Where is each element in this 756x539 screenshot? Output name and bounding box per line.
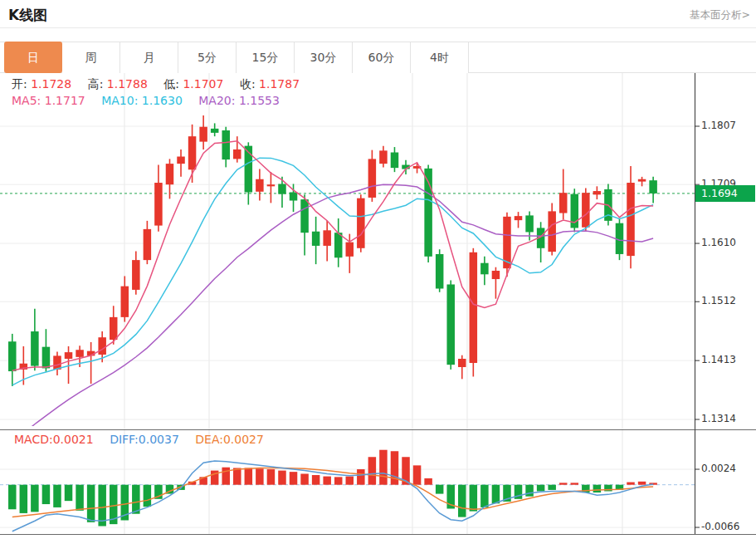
candle-body bbox=[121, 287, 129, 317]
candle-down bbox=[391, 147, 399, 172]
macd-bar bbox=[8, 485, 17, 510]
candle-down bbox=[312, 217, 320, 264]
candle-down bbox=[222, 127, 230, 168]
candle-down bbox=[571, 189, 579, 232]
candle-body bbox=[132, 260, 140, 290]
candle-up bbox=[132, 251, 140, 294]
candle-up bbox=[323, 221, 331, 262]
macd-bar bbox=[470, 485, 478, 512]
candle-up bbox=[458, 355, 466, 380]
price-axis-label: 1.1807 bbox=[701, 120, 751, 131]
candle-down bbox=[334, 218, 343, 267]
ma10-value: MA10: 1.1630 bbox=[101, 94, 183, 107]
macd-bar bbox=[245, 468, 253, 484]
grid-lines bbox=[0, 73, 695, 534]
candle-up bbox=[233, 136, 241, 163]
current-price-badge: 1.1694 bbox=[695, 185, 755, 202]
candle-body bbox=[65, 352, 73, 359]
macd-bar bbox=[334, 477, 343, 484]
candle-body bbox=[515, 216, 523, 220]
price-axis-label: 1.1413 bbox=[701, 354, 751, 365]
candle-body bbox=[166, 164, 174, 184]
candle-body bbox=[233, 149, 241, 159]
macd-bar bbox=[65, 485, 73, 501]
candle-body bbox=[548, 211, 556, 252]
macd-bar bbox=[290, 472, 298, 485]
candle-body bbox=[110, 317, 118, 340]
candle-up bbox=[548, 203, 556, 255]
macd-bar bbox=[492, 485, 500, 504]
candle-body bbox=[492, 271, 500, 279]
candle-body bbox=[211, 129, 218, 133]
macd-bar bbox=[357, 469, 365, 485]
macd-bar bbox=[300, 473, 309, 484]
open-value: 开: 1.1728 bbox=[12, 77, 71, 91]
candle-body bbox=[8, 341, 17, 371]
candle-down bbox=[8, 334, 17, 386]
ohlc-legend: 开: 1.1728 高: 1.1788 低: 1.1707 收: 1.1787 bbox=[12, 77, 312, 92]
candle-up bbox=[559, 169, 568, 220]
kline-page: K线图 基本面分析> 日周月5分15分30分60分4时 开: 1.1728 高:… bbox=[0, 0, 756, 539]
candle-body bbox=[346, 243, 354, 257]
low-value: 低: 1.1707 bbox=[163, 77, 223, 91]
ma-lines bbox=[12, 141, 653, 443]
macd-axis-label: -0.0066 bbox=[701, 521, 751, 532]
candle-body bbox=[154, 183, 163, 226]
candle-up bbox=[177, 149, 185, 177]
candle-body bbox=[480, 263, 489, 275]
price-axis-label: 1.1314 bbox=[701, 413, 751, 424]
macd-bar bbox=[233, 468, 241, 484]
candle-up bbox=[267, 172, 276, 203]
candle-body bbox=[446, 284, 455, 365]
macd-bar bbox=[76, 485, 84, 511]
candle-down bbox=[300, 194, 309, 255]
candle-body bbox=[525, 215, 534, 232]
candle-body bbox=[42, 347, 51, 369]
macd-bar bbox=[525, 485, 534, 497]
candle-down bbox=[649, 177, 657, 203]
diff-value: DIFF:0.0037 bbox=[110, 433, 179, 446]
candle-up bbox=[368, 150, 377, 202]
candle-up bbox=[379, 146, 388, 168]
candle-up bbox=[627, 166, 635, 268]
candle-up bbox=[256, 169, 264, 201]
ma20-value: MA20: 1.1553 bbox=[198, 94, 280, 107]
macd-bar bbox=[31, 485, 39, 512]
candle-body bbox=[436, 254, 444, 289]
macd-bar bbox=[87, 485, 95, 522]
candle-body bbox=[593, 191, 602, 194]
candle-body bbox=[582, 193, 590, 228]
candle-body bbox=[334, 233, 343, 257]
macd-value: MACD:0.0021 bbox=[14, 433, 94, 446]
macd-legend: MACD:0.0021 DIFF:0.0037 DEA:0.0027 bbox=[14, 433, 276, 446]
candle-up bbox=[582, 188, 590, 231]
candle-body bbox=[470, 252, 478, 363]
candle-body bbox=[267, 184, 276, 186]
macd-bar bbox=[537, 485, 545, 492]
macd-bar bbox=[144, 485, 152, 507]
macd-pane bbox=[0, 450, 695, 532]
macd-bar bbox=[424, 478, 432, 485]
close-value: 收: 1.1787 bbox=[240, 77, 300, 91]
macd-axis-label: 0.0024 bbox=[701, 463, 751, 474]
candle-up bbox=[154, 165, 163, 232]
macd-bar bbox=[480, 485, 489, 507]
candle-down bbox=[42, 329, 51, 372]
candle-body bbox=[627, 183, 635, 256]
candle-body bbox=[391, 153, 399, 169]
macd-bar bbox=[379, 450, 388, 485]
macd-bar bbox=[593, 485, 602, 492]
macd-bar bbox=[267, 469, 276, 485]
candle-down bbox=[424, 165, 432, 262]
candle-up bbox=[199, 115, 207, 149]
candle-up bbox=[121, 276, 129, 321]
candle-body bbox=[312, 232, 320, 246]
candle-up bbox=[87, 342, 95, 384]
macd-bar bbox=[346, 477, 354, 485]
price-axis-label: 1.1512 bbox=[701, 295, 751, 306]
macd-bar bbox=[627, 483, 635, 485]
candle-body bbox=[638, 179, 646, 182]
candle-body bbox=[290, 192, 298, 200]
candle-down bbox=[446, 280, 455, 369]
candle-body bbox=[31, 331, 39, 366]
